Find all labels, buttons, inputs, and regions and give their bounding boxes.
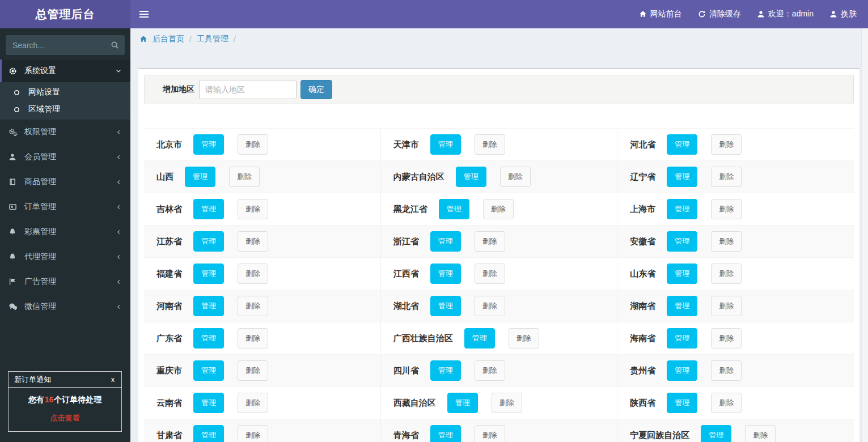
confirm-button[interactable]: 确定 (300, 80, 332, 99)
manage-button[interactable]: 管理 (701, 425, 731, 442)
search-icon[interactable] (108, 39, 121, 52)
delete-button[interactable]: 删除 (238, 360, 268, 381)
navbar-item-change-skin[interactable]: 换肤 (822, 0, 865, 28)
navbar-item-welcome[interactable]: 欢迎：admin (749, 0, 822, 28)
manage-button[interactable]: 管理 (667, 199, 697, 219)
delete-button[interactable]: 删除 (711, 360, 742, 381)
delete-button[interactable]: 删除 (483, 199, 514, 219)
region-cell: 山东省管理删除 (617, 258, 854, 290)
sidebar-item-region-management[interactable]: 区域管理 (0, 101, 130, 118)
delete-button[interactable]: 删除 (238, 296, 268, 316)
region-cell: 四川省管理删除 (380, 355, 617, 386)
navbar-item-site-front[interactable]: 网站前台 (631, 0, 690, 28)
manage-button[interactable]: 管理 (193, 296, 224, 316)
manage-button[interactable]: 管理 (193, 328, 224, 348)
manage-button[interactable]: 管理 (667, 296, 697, 316)
delete-button[interactable]: 删除 (238, 393, 268, 413)
manage-button[interactable]: 管理 (430, 264, 461, 284)
chevron-left-icon (116, 129, 122, 135)
delete-button[interactable]: 删除 (475, 134, 505, 155)
delete-button[interactable]: 删除 (745, 425, 776, 442)
app-logo[interactable]: 总管理后台 (0, 0, 130, 28)
manage-button[interactable]: 管理 (193, 393, 224, 413)
region-cell: 湖北省管理删除 (380, 290, 617, 322)
cogs-icon (9, 128, 20, 137)
sidebar-item-ad-management[interactable]: 广告管理 (0, 269, 130, 294)
manage-button[interactable]: 管理 (667, 328, 697, 348)
delete-button[interactable]: 删除 (711, 296, 742, 316)
region-name: 内蒙古自治区 (393, 172, 444, 182)
delete-button[interactable]: 删除 (238, 199, 268, 219)
delete-button[interactable]: 删除 (711, 231, 742, 252)
region-cell: 江苏省管理删除 (144, 226, 380, 257)
manage-button[interactable]: 管理 (193, 231, 224, 252)
manage-button[interactable]: 管理 (667, 360, 697, 381)
sidebar-item-member-management[interactable]: 会员管理 (0, 144, 130, 169)
delete-button[interactable]: 删除 (500, 167, 531, 187)
region-name: 贵州省 (630, 366, 655, 376)
manage-button[interactable]: 管理 (193, 264, 224, 284)
delete-button[interactable]: 删除 (475, 264, 505, 284)
breadcrumb-link-tools-management[interactable]: 工具管理 (197, 34, 228, 44)
delete-button[interactable]: 删除 (711, 393, 742, 413)
delete-button[interactable]: 删除 (238, 134, 268, 155)
manage-button[interactable]: 管理 (430, 134, 461, 155)
manage-button[interactable]: 管理 (430, 296, 461, 316)
delete-button[interactable]: 删除 (238, 328, 268, 348)
sidebar-item-product-management[interactable]: 商品管理 (0, 169, 130, 194)
sidebar-item-label: 微信管理 (24, 301, 56, 312)
sidebar-item-system-settings[interactable]: 系统设置 (0, 60, 130, 82)
sidebar-item-wechat-management[interactable]: 微信管理 (0, 294, 130, 319)
delete-button[interactable]: 删除 (229, 167, 260, 187)
manage-button[interactable]: 管理 (667, 134, 697, 155)
manage-button[interactable]: 管理 (667, 167, 697, 187)
delete-button[interactable]: 删除 (711, 264, 742, 284)
manage-button[interactable]: 管理 (193, 199, 224, 219)
delete-button[interactable]: 删除 (711, 167, 742, 187)
close-icon[interactable]: x (110, 376, 116, 384)
sidebar-item-order-management[interactable]: 订单管理 (0, 194, 130, 219)
manage-button[interactable]: 管理 (456, 167, 486, 187)
manage-button[interactable]: 管理 (667, 264, 697, 284)
region-cell: 浙江省管理删除 (380, 226, 617, 257)
scrollbar[interactable] (861, 28, 868, 442)
manage-button[interactable]: 管理 (193, 425, 224, 442)
delete-button[interactable]: 删除 (238, 231, 268, 252)
manage-button[interactable]: 管理 (185, 167, 215, 187)
search-input[interactable] (12, 41, 108, 50)
delete-button[interactable]: 删除 (711, 328, 742, 348)
region-name-input[interactable] (199, 80, 297, 99)
sidebar-item-site-settings[interactable]: 网站设置 (0, 84, 130, 101)
delete-button[interactable]: 删除 (475, 231, 505, 252)
delete-button[interactable]: 删除 (475, 296, 505, 316)
manage-button[interactable]: 管理 (430, 360, 461, 381)
sidebar-item-permission-management[interactable]: 权限管理 (0, 120, 130, 144)
delete-button[interactable]: 删除 (475, 425, 505, 442)
delete-button[interactable]: 删除 (238, 425, 268, 442)
delete-button[interactable]: 删除 (711, 199, 742, 219)
delete-button[interactable]: 删除 (238, 264, 268, 284)
manage-button[interactable]: 管理 (193, 360, 224, 381)
view-orders-link[interactable]: 点击查看 (9, 405, 121, 431)
manage-button[interactable]: 管理 (193, 134, 224, 155)
region-name: 安徽省 (630, 236, 655, 247)
manage-button[interactable]: 管理 (430, 231, 461, 252)
delete-button[interactable]: 删除 (509, 328, 539, 348)
sidebar-item-agent-management[interactable]: 代理管理 (0, 244, 130, 269)
region-row: 北京市管理删除天津市管理删除河北省管理删除 (144, 129, 854, 161)
manage-button[interactable]: 管理 (667, 231, 697, 252)
delete-button[interactable]: 删除 (711, 134, 742, 155)
sidebar-item-lottery-management[interactable]: 彩票管理 (0, 219, 130, 244)
chevron-left-icon (116, 279, 122, 285)
manage-button[interactable]: 管理 (430, 425, 461, 442)
sidebar-toggle-icon[interactable] (130, 0, 158, 28)
manage-button[interactable]: 管理 (667, 393, 697, 413)
manage-button[interactable]: 管理 (439, 199, 469, 219)
breadcrumb-link-backend-home[interactable]: 后台首页 (153, 34, 184, 44)
delete-button[interactable]: 删除 (492, 393, 522, 413)
navbar-item-clear-cache[interactable]: 清除缓存 (690, 0, 749, 28)
delete-button[interactable]: 删除 (475, 360, 505, 381)
breadcrumb-home-icon[interactable] (139, 35, 147, 43)
manage-button[interactable]: 管理 (447, 393, 478, 413)
manage-button[interactable]: 管理 (464, 328, 495, 348)
